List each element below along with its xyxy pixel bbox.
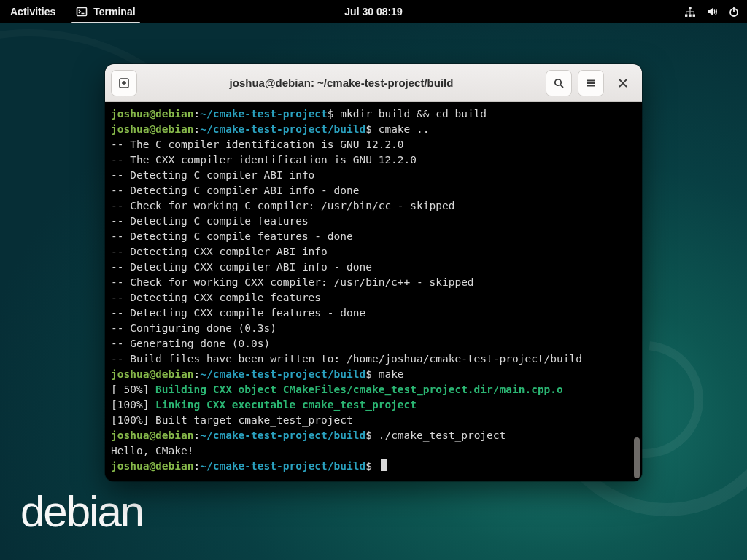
volume-icon[interactable]	[706, 6, 718, 18]
svg-rect-0	[77, 8, 87, 16]
terminal-line: -- Detecting C compile features - done	[107, 229, 640, 244]
terminal-line: -- Check for working CXX compiler: /usr/…	[107, 275, 640, 290]
terminal-line: joshua@debian:~/cmake-test-project/build…	[107, 428, 640, 443]
terminal-line: Hello, CMake!	[107, 443, 640, 459]
svg-point-15	[555, 79, 561, 85]
terminal-line: -- Detecting CXX compiler ABI info	[107, 244, 640, 260]
terminal-window: joshua@debian: ~/cmake-test-project/buil…	[105, 64, 642, 481]
terminal-line: joshua@debian:~/cmake-test-project/build…	[107, 122, 640, 137]
terminal-body[interactable]: joshua@debian:~/cmake-test-project$ mkdi…	[105, 102, 642, 481]
terminal-line: -- Check for working C compiler: /usr/bi…	[107, 198, 640, 214]
topbar-clock[interactable]: Jul 30 08:19	[344, 6, 402, 18]
debian-wordmark: debian	[20, 486, 143, 537]
svg-line-16	[560, 85, 563, 88]
svg-rect-2	[685, 15, 687, 17]
topbar-app-menu[interactable]: Terminal	[66, 0, 145, 23]
terminal-line: joshua@debian:~/cmake-test-project/build…	[107, 459, 640, 474]
topbar-app-label: Terminal	[93, 6, 135, 18]
terminal-line: -- Detecting C compiler ABI info - done	[107, 183, 640, 198]
svg-rect-9	[694, 12, 694, 15]
close-button[interactable]	[610, 70, 636, 96]
svg-rect-8	[690, 12, 691, 15]
svg-rect-3	[689, 15, 691, 17]
window-title: joshua@debian: ~/cmake-test-project/buil…	[143, 77, 540, 89]
search-button[interactable]	[546, 70, 572, 96]
terminal-line: -- Detecting CXX compile features	[107, 290, 640, 306]
power-icon[interactable]	[728, 6, 740, 18]
cursor	[381, 459, 387, 471]
terminal-line: -- The C compiler identification is GNU …	[107, 137, 640, 152]
svg-rect-5	[690, 9, 691, 11]
terminal-line: -- Detecting C compile features	[107, 214, 640, 229]
window-titlebar[interactable]: joshua@debian: ~/cmake-test-project/buil…	[105, 64, 642, 102]
terminal-scrollbar[interactable]	[633, 102, 640, 481]
terminal-line: joshua@debian:~/cmake-test-project/build…	[107, 367, 640, 382]
terminal-line: -- Detecting CXX compile features - done	[107, 306, 640, 321]
terminal-line: -- Configuring done (0.3s)	[107, 321, 640, 336]
scrollbar-thumb[interactable]	[634, 438, 640, 478]
new-tab-button[interactable]	[111, 70, 137, 96]
terminal-line: -- Generating done (0.0s)	[107, 336, 640, 351]
activities-button[interactable]: Activities	[0, 0, 66, 23]
svg-rect-4	[693, 15, 695, 17]
terminal-line: -- Detecting C compiler ABI info	[107, 168, 640, 183]
terminal-line: [100%] Built target cmake_test_project	[107, 413, 640, 428]
svg-rect-1	[689, 7, 691, 9]
terminal-icon	[76, 6, 88, 18]
svg-rect-7	[686, 12, 686, 15]
terminal-line: -- The CXX compiler identification is GN…	[107, 152, 640, 168]
gnome-topbar: Activities Terminal Jul 30 08:19	[0, 0, 747, 23]
terminal-line: -- Build files have been written to: /ho…	[107, 351, 640, 367]
terminal-line: [ 50%] Building CXX object CMakeFiles/cm…	[107, 382, 640, 397]
terminal-line: [100%] Linking CXX executable cmake_test…	[107, 397, 640, 413]
terminal-line: joshua@debian:~/cmake-test-project$ mkdi…	[107, 106, 640, 122]
terminal-line: -- Detecting CXX compiler ABI info - don…	[107, 260, 640, 275]
hamburger-menu-button[interactable]	[578, 70, 604, 96]
network-icon[interactable]	[684, 6, 696, 18]
